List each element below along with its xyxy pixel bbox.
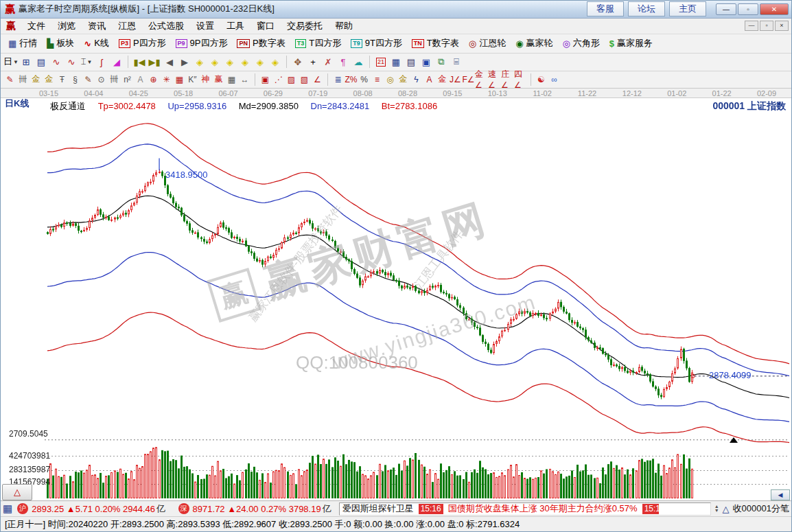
diamond-right-icon[interactable]: ◈ (207, 55, 222, 69)
hexagon-button[interactable]: ◎六角形 (557, 36, 604, 51)
angle-gold-icon[interactable]: 金∠ (475, 73, 488, 86)
news-item[interactable]: 国债期货收盘集体上涨 30年期主力合约涨0.57% (448, 502, 638, 515)
spiral-icon[interactable]: § (69, 73, 82, 86)
window-box-icon[interactable]: ▣ (259, 73, 272, 86)
diamond-compress-icon[interactable]: ◈ (237, 55, 253, 69)
diamond-hexpand-icon[interactable]: ◈ (222, 55, 237, 69)
clock-cycle-icon[interactable]: ⊙ (95, 73, 108, 86)
winner-service-button[interactable]: $赢家服务 (605, 36, 657, 51)
forum-button[interactable]: 论坛 (628, 1, 665, 16)
fan-lines-icon[interactable]: ⋰ (272, 73, 285, 86)
f-ruler-icon[interactable]: Ŧ (56, 73, 69, 86)
z-percent-icon[interactable]: Z% (345, 73, 358, 86)
percent-icon[interactable]: % (358, 73, 371, 86)
angle-f-icon[interactable]: F∠ (462, 73, 475, 86)
sectors-button[interactable]: ▙板块 (42, 36, 79, 51)
dense-comb-icon[interactable]: 卌 (108, 73, 121, 86)
scale-icon[interactable]: ≣ (331, 73, 345, 86)
period-day-selector[interactable]: 日▼ (3, 55, 19, 69)
diamond-expand-icon[interactable]: ◈ (253, 55, 268, 69)
ying-tool-icon[interactable]: 赢 (212, 73, 225, 86)
color-histogram-icon[interactable]: ◢ (109, 55, 124, 69)
angle-zhuang-icon[interactable]: 庄∠ (501, 73, 514, 86)
t4-square-button[interactable]: T3T四方形 (290, 36, 346, 51)
diamond-full-icon[interactable]: ◈ (268, 55, 283, 69)
calendar-21-icon[interactable]: 21 (373, 55, 388, 69)
mdi-close-button[interactable]: × (775, 21, 789, 31)
mdi-minimize-button[interactable]: — (745, 21, 758, 31)
gold-underline-icon[interactable]: 金 (436, 73, 449, 86)
gann-wheel-button[interactable]: ◎江恩轮 (464, 36, 511, 51)
next-bar-icon[interactable]: ▶ (177, 55, 192, 69)
gold-ratio-icon[interactable]: 金 (30, 73, 43, 86)
menu-item[interactable]: 工具 (220, 19, 251, 34)
taiji-icon[interactable]: ☯ (535, 73, 548, 86)
percent-lines-icon[interactable]: ≡ (371, 73, 384, 86)
width-arrows-icon[interactable]: ↔ (238, 73, 251, 86)
brush-tool-icon[interactable]: ✎ (82, 73, 95, 86)
mirror-a-icon[interactable]: A (134, 73, 147, 86)
note-icon[interactable]: ▤ (404, 55, 419, 69)
gann-shape-icon[interactable]: ¶ (336, 55, 351, 69)
pointer-tool-icon[interactable]: ✗ (321, 55, 336, 69)
last-bar-icon[interactable]: ▶▮ (147, 55, 162, 69)
grid-123-icon[interactable]: ▦ (225, 73, 238, 86)
menu-item[interactable]: 交易委托 (281, 19, 329, 34)
comb-lines-icon[interactable]: 卌 (16, 73, 30, 86)
shen-tool-icon[interactable]: 神 (199, 73, 212, 86)
dropdown-arrow-icon[interactable]: ▼ (13, 59, 19, 65)
zoom-window-icon[interactable]: ⊞ (19, 55, 34, 69)
menu-item[interactable]: 窗口 (251, 19, 281, 34)
kline-canvas[interactable] (1, 98, 791, 500)
menu-item[interactable]: 江恩 (112, 19, 142, 34)
p-number-table-button[interactable]: PNP数字表 (232, 36, 290, 51)
restore-button[interactable]: ▫ (738, 3, 758, 15)
wave-9-icon[interactable]: ∿ (64, 55, 79, 69)
diamond-left-icon[interactable]: ◈ (192, 55, 207, 69)
save-icon[interactable]: ▣ (419, 55, 434, 69)
winner-wheel-button[interactable]: ◉赢家轮 (511, 36, 557, 51)
menu-item[interactable]: 帮助 (329, 19, 359, 34)
angle-four-icon[interactable]: 四∠ (514, 73, 527, 86)
cloud-tool-icon[interactable]: ☁ (351, 55, 366, 69)
k-quote-icon[interactable]: K″ (186, 73, 199, 86)
dropdown-arrow-icon[interactable]: ▼ (86, 59, 92, 65)
angle-j-icon[interactable]: J∠ (449, 73, 462, 86)
drag-hand-icon[interactable]: ✥ (290, 55, 305, 69)
compass-icon[interactable]: ⊕ (147, 73, 160, 86)
homepage-button[interactable]: 主页 (669, 1, 706, 16)
angle-speed-icon[interactable]: 速∠ (488, 73, 501, 86)
grid-window-icon[interactable]: ▦ (388, 55, 404, 69)
n-squared-icon[interactable]: n² (121, 73, 134, 86)
mdi-restore-button[interactable]: ▫ (760, 21, 773, 31)
export-image-icon[interactable]: ⧉ (434, 55, 449, 69)
gold-circle-icon[interactable]: ◎ (384, 73, 397, 86)
t-number-table-button[interactable]: TNT数字表 (407, 36, 464, 51)
tick-data-label[interactable]: 收000001分笔 (733, 502, 789, 515)
menu-item[interactable]: 文件 (21, 19, 51, 34)
candle-style-selector[interactable]: ⌶▼ (79, 55, 94, 69)
t9-square-button[interactable]: T99T四方形 (346, 36, 407, 51)
gold-ratio2-icon[interactable]: 金 (43, 73, 56, 86)
scroll-left-button[interactable]: ◀ (771, 489, 790, 500)
menu-item[interactable]: 资讯 (82, 19, 112, 34)
menu-item[interactable]: 设置 (190, 19, 220, 34)
flag-pen-icon[interactable]: ϟ (410, 73, 423, 86)
crosshair-icon[interactable]: + (305, 55, 321, 69)
f10-info-icon[interactable]: ▤ (34, 55, 49, 69)
close-button[interactable]: ✕ (760, 3, 789, 15)
infinity-icon[interactable]: ∞ (548, 73, 561, 86)
pc-sync-icon[interactable]: ⌸ (449, 55, 464, 69)
quotes-grid-icon[interactable]: ▦ (3, 502, 12, 515)
gold-lines-icon[interactable]: 金 (397, 73, 410, 86)
p4-square-button[interactable]: P3P四方形 (114, 36, 171, 51)
p9-square-button[interactable]: P99P四方形 (171, 36, 233, 51)
ticker-scroll-spinner[interactable]: ▲▼ (714, 505, 719, 513)
quotes-button[interactable]: ▦行情 (3, 36, 42, 51)
grid-target-icon[interactable]: ▦ (173, 73, 186, 86)
band-tool-icon[interactable]: ʃ (94, 55, 109, 69)
angle-lines-icon[interactable]: ∠ (311, 73, 324, 86)
box-fan-icon[interactable]: ▨ (285, 73, 298, 86)
wave-3-icon[interactable]: ∿ (49, 55, 64, 69)
menu-item[interactable]: 公式选股 (142, 19, 190, 34)
